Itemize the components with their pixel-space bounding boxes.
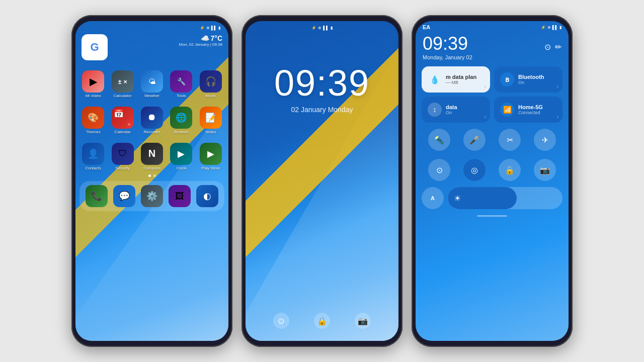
dock-settings-icon: ⚙️ (141, 185, 163, 207)
cc-auto-brightness-btn[interactable]: A (422, 187, 444, 209)
app-notes-icon: 📝 (200, 107, 222, 129)
status-bar-1: ⚡ ⊕ ▌▌ ▮ (75, 21, 228, 32)
cc-btn-flashlight[interactable]: 🔦 (428, 129, 450, 151)
cc-brightness-row: A ☀ (416, 185, 569, 211)
app-playstore[interactable]: ▶ Play Store (197, 143, 224, 171)
cc-btn-mute[interactable]: 🎤 (463, 129, 486, 151)
cc-btn-location[interactable]: ◎ (463, 159, 486, 181)
wifi-icon: ⊕ (206, 26, 210, 30)
phone-1-content: ⚡ ⊕ ▌▌ ▮ G ☁️ 7°C (75, 21, 228, 341)
dock-gallery[interactable]: 🖼 (167, 185, 193, 207)
cc-btn-video[interactable]: 📷 (534, 159, 556, 181)
cc-brightness-fill: ☀ (448, 187, 517, 209)
cc-edit-icon[interactable]: ✏ (555, 42, 561, 52)
app-notes[interactable]: 📝 Notes (197, 107, 224, 135)
cc-time-display: 09:39 (423, 33, 472, 54)
cc-data-icon: ↕ (428, 103, 442, 117)
dock-message-icon: 💬 (113, 185, 135, 207)
cc-wifi-arrow: › (557, 114, 558, 120)
app-contacts[interactable]: 👤 Contacts (79, 143, 107, 171)
dock-message[interactable]: 💬 (111, 185, 137, 207)
cc-quick-tiles: 💧 m data plan — MB › ʙ Bluetooth On (416, 64, 569, 125)
cc-tile-wifi[interactable]: 📶 Home-5G Connected › (494, 97, 562, 123)
cc-settings-icon[interactable]: ⊙ (544, 42, 551, 52)
cc-btn-eye[interactable]: ⊙ (428, 159, 450, 181)
cc-bt-icon: ⚡ (541, 25, 546, 30)
app-calculator-label: Calculator (114, 94, 132, 99)
app-music[interactable]: 🎧 Music (197, 70, 224, 99)
cc-home-indicator (416, 211, 569, 221)
phone-1: ⚡ ⊕ ▌▌ ▮ G ☁️ 7°C (71, 15, 232, 347)
app-music-icon: 🎧 (200, 70, 222, 93)
phone-1-screen: ⚡ ⊕ ▌▌ ▮ G ☁️ 7°C (75, 21, 228, 341)
cc-btn-lock[interactable]: 🔒 (499, 159, 521, 181)
app-security-icon: 🛡 (112, 143, 134, 165)
cc-btn-screenshot[interactable]: ✂ (499, 129, 521, 151)
app-mivideo-label: Mi Video (86, 94, 101, 99)
app-playstore-icon: ▶ (200, 143, 222, 165)
cc-data-arrow: › (485, 114, 486, 120)
app-browser[interactable]: 🌐 Browser (168, 107, 195, 135)
app-weather[interactable]: 🌤 Weather (138, 70, 166, 99)
cc-btn-airplane[interactable]: ✈ (534, 129, 556, 151)
phone-2-bg: ⚡ ⊕ ▌▌ ▮ 09:39 02 January Monday ⊙ 🔒 📷 (246, 21, 398, 341)
app-themes[interactable]: 🎨 Themes (79, 107, 107, 135)
cc-bluetooth-sub: On (518, 80, 556, 85)
app-calendar-icon: 📅 + (112, 107, 134, 129)
app-music-label: Music (205, 94, 216, 99)
app-playstore-label: Play Store (201, 166, 220, 171)
app-mivideo[interactable]: ▶ Mi Video (79, 70, 107, 99)
cc-time-row: 09:39 Monday, January 02 ⊙ ✏ (416, 31, 569, 64)
app-recorder[interactable]: ⏺ Recorder (138, 107, 166, 135)
app-browser-icon: 🌐 (170, 107, 192, 129)
phone-2-content: ⚡ ⊕ ▌▌ ▮ 09:39 02 January Monday ⊙ 🔒 📷 (246, 21, 398, 341)
app-tools-label: Tools (177, 94, 186, 99)
lock-camera-icon[interactable]: 📷 (355, 313, 371, 329)
app-tools-icon: 🔧 (170, 70, 192, 93)
app-calendar[interactable]: 📅 + Calendar (109, 107, 136, 135)
app-themes-label: Themes (86, 130, 101, 135)
app-compass[interactable]: N Compass (138, 143, 166, 171)
dock-phone[interactable]: 📞 (84, 185, 109, 207)
cc-bluetooth-icon: ʙ (500, 72, 514, 86)
app-calculator[interactable]: ± × Calculator (109, 70, 136, 99)
google-widget[interactable]: G (82, 34, 108, 60)
cc-data-text: data On (446, 104, 484, 115)
lock-padlock-icon[interactable]: 🔒 (314, 313, 330, 329)
app-compass-label: Compass (143, 166, 160, 171)
cc-time-date-group: 09:39 Monday, January 02 (423, 33, 472, 60)
cc-bluetooth-arrow: › (557, 84, 558, 89)
app-security[interactable]: 🛡 Security (109, 143, 136, 171)
cc-bluetooth-title: Bluetooth (518, 74, 556, 80)
app-clock-label: Clock (176, 166, 186, 171)
cc-mobiledata-text: m data plan — MB (446, 74, 484, 85)
page-dots (75, 174, 228, 177)
bluetooth-icon: ⚡ (200, 26, 205, 30)
weather-date: Mon, 02 January | 09:38 (179, 42, 222, 47)
status-icons-1: ⚡ ⊕ ▌▌ ▮ (200, 26, 220, 30)
cc-data-sub: On (446, 110, 484, 115)
weather-temp: ☁️ 7°C (201, 34, 223, 42)
cc-wifi-text: Home-5G Connected (518, 104, 556, 115)
app-clock[interactable]: ▶ Clock (168, 143, 195, 171)
lock-camera-alt-icon[interactable]: ⊙ (273, 313, 289, 329)
app-calculator-icon: ± × (112, 70, 134, 93)
app-tools[interactable]: 🔧 Tools (168, 70, 195, 99)
cc-battery-icon: ▮ (559, 25, 561, 30)
cc-brightness-track[interactable]: ☀ (448, 187, 562, 209)
cc-home-bar (477, 215, 507, 217)
signal-icon: ▌▌ (211, 26, 217, 30)
app-recorder-label: Recorder (144, 130, 160, 135)
phone-1-bg: ⚡ ⊕ ▌▌ ▮ G ☁️ 7°C (75, 21, 228, 341)
weather-widget[interactable]: ☁️ 7°C Mon, 02 January | 09:38 (179, 34, 222, 47)
cc-ea-label: EA (423, 24, 430, 30)
dock-partials[interactable]: ◐ (195, 185, 220, 207)
cc-tile-data-toggle[interactable]: ↕ data On › (422, 97, 490, 123)
dock-partials-icon: ◐ (196, 185, 218, 207)
cc-tile-bluetooth[interactable]: ʙ Bluetooth On › (494, 66, 562, 93)
page-dot-1 (148, 174, 151, 177)
app-grid-row3: 👤 Contacts 🛡 Security N Compass ▶ Clock (75, 141, 228, 173)
dock-settings[interactable]: ⚙️ (139, 185, 165, 207)
cc-tile-mobiledata[interactable]: 💧 m data plan — MB › (422, 66, 490, 93)
app-notes-label: Notes (205, 130, 216, 135)
